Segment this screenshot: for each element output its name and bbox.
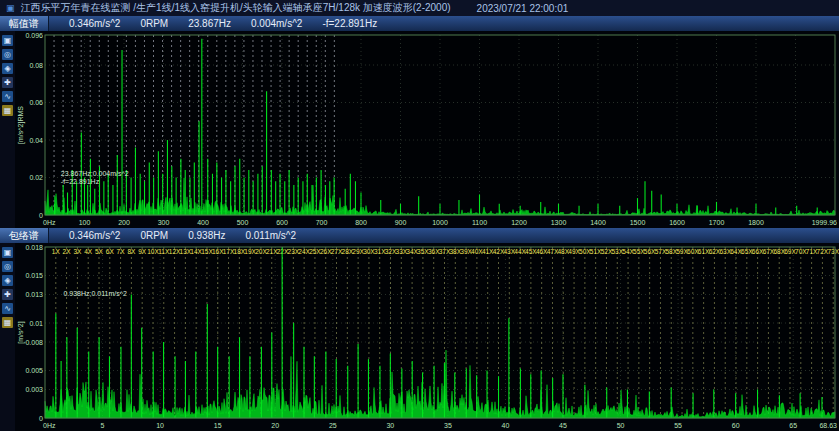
svg-text:0.015: 0.015 [25, 272, 43, 279]
svg-text:65: 65 [789, 422, 797, 429]
svg-text:1100: 1100 [472, 219, 487, 226]
svg-text:20: 20 [271, 422, 279, 429]
envelope-chart-row: ▣◎◈✚∿▦ 1X2X3X4X5X6X7X8X9X10X11X12X13X14X… [0, 243, 839, 431]
move-tool-icon[interactable]: ✚ [2, 77, 13, 88]
x-axis-labels: 0Hz510152025303540455055606568.63 [43, 422, 837, 429]
overall-rms-value: 0.346m/s^2 [69, 230, 120, 241]
svg-text:40: 40 [502, 422, 510, 429]
svg-text:0.096: 0.096 [25, 32, 43, 39]
svg-text:500: 500 [237, 219, 249, 226]
crosshair-tool-icon[interactable]: ◎ [2, 49, 13, 60]
zoom-tool-icon[interactable]: ◈ [2, 275, 13, 286]
svg-text:35: 35 [444, 422, 452, 429]
svg-text:200: 200 [118, 219, 130, 226]
cursor-amplitude-value: 0.011m/s^2 [245, 230, 296, 241]
rpm-value: 0RPM [140, 18, 168, 29]
harmonic-cursor-label: 4X [84, 248, 93, 255]
envelope-spectrum-header: 包络谱 0.346m/s^2 0RPM 0.938Hz 0.011m/s^2 [0, 228, 839, 243]
svg-text:10: 10 [156, 422, 164, 429]
cursor-amplitude-value: 0.004m/s^2 [251, 18, 302, 29]
harmonic-cursor-label: 9X [138, 248, 147, 255]
svg-text:1200: 1200 [511, 219, 527, 226]
svg-text:0.013: 0.013 [25, 291, 43, 298]
svg-text:700: 700 [316, 219, 328, 226]
svg-text:900: 900 [395, 219, 407, 226]
svg-text:0.08: 0.08 [29, 62, 43, 69]
svg-text:0.04: 0.04 [29, 137, 43, 144]
harmonic-cursor-label: 1X [52, 248, 61, 255]
svg-text:0.02: 0.02 [29, 174, 43, 181]
amplitude-spectrum-tab[interactable]: 幅值谱 [0, 16, 49, 31]
settings-tool-icon[interactable]: ▦ [2, 317, 13, 328]
title-bar: ▣ 江西乐平万年青在线监测 /生产1线/1线入窑提升机/头轮输入端轴承座7H/1… [0, 0, 839, 16]
app-icon: ▣ [6, 3, 15, 13]
svg-text:0.06: 0.06 [29, 99, 43, 106]
y-axis-title: [m/s^2]RMS [17, 106, 25, 144]
svg-text:800: 800 [355, 219, 367, 226]
svg-text:0.005: 0.005 [25, 367, 43, 374]
harmonic-cursor-label: 8X [127, 248, 136, 255]
harmonic-cursor-label: 3X [73, 248, 82, 255]
svg-text:25: 25 [329, 422, 337, 429]
svg-text:1500: 1500 [630, 219, 646, 226]
svg-text:45: 45 [559, 422, 567, 429]
waveform-tool-icon[interactable]: ∿ [2, 303, 13, 314]
svg-text:0.018: 0.018 [25, 244, 43, 251]
cursor-frequency-value: 23.867Hz [188, 18, 231, 29]
svg-text:0Hz: 0Hz [43, 422, 56, 429]
select-tool-icon[interactable]: ▣ [2, 35, 13, 46]
timestamp: 2023/07/21 22:00:01 [477, 3, 569, 14]
vibration-monitor-window: ▣ 江西乐平万年青在线监测 /生产1线/1线入窑提升机/头轮输入端轴承座7H/1… [0, 0, 839, 431]
svg-text:23.867Hz;0.004m/s^2: 23.867Hz;0.004m/s^2 [61, 170, 129, 177]
harmonic-cursor-label: 2X [63, 248, 72, 255]
crosshair-tool-icon[interactable]: ◎ [2, 261, 13, 272]
svg-text:0: 0 [39, 415, 43, 422]
svg-text:1300: 1300 [551, 219, 567, 226]
amplitude-chart-row: ▣◎◈✚∿▦ 0.0960.080.060.040.0200Hz10020030… [0, 31, 839, 228]
svg-text:0.938Hz;0.011m/s^2: 0.938Hz;0.011m/s^2 [63, 290, 127, 297]
svg-text:1800: 1800 [748, 219, 764, 226]
amplitude-spectrum-plot[interactable]: 0.0960.080.060.040.0200Hz100200300400500… [15, 31, 839, 228]
cursor-frequency-value: 0.938Hz [188, 230, 225, 241]
svg-text:0.01: 0.01 [29, 320, 43, 327]
harmonic-cursor-label: 7X [117, 248, 126, 255]
svg-text:0: 0 [39, 212, 43, 219]
svg-text:30: 30 [386, 422, 394, 429]
svg-text:1999.96: 1999.96 [812, 219, 837, 226]
svg-text:1400: 1400 [590, 219, 606, 226]
amplitude-spectrum-section: 幅值谱 0.346m/s^2 0RPM 23.867Hz 0.004m/s^2 … [0, 16, 839, 228]
select-tool-icon[interactable]: ▣ [2, 247, 13, 258]
y-axis-labels: 0.0180.0150.0130.010.0080.0050.0030 [25, 244, 43, 422]
chart-toolbar: ▣◎◈✚∿▦ [0, 243, 15, 431]
svg-text:60: 60 [732, 422, 740, 429]
cursor-annotation: 0.938Hz;0.011m/s^2 [63, 290, 127, 297]
waveform-tool-icon[interactable]: ∿ [2, 91, 13, 102]
settings-tool-icon[interactable]: ▦ [2, 105, 13, 116]
harmonic-cursor-label: 5X [95, 248, 104, 255]
svg-text:50: 50 [617, 422, 625, 429]
svg-text:0.008: 0.008 [25, 339, 43, 346]
x-axis-labels: 0Hz1002003004005006007008009001000110012… [43, 219, 837, 226]
svg-text:55: 55 [674, 422, 682, 429]
rpm-value: 0RPM [140, 230, 168, 241]
svg-text:-f=22.891Hz: -f=22.891Hz [61, 178, 100, 185]
chart-toolbar: ▣◎◈✚∿▦ [0, 31, 15, 228]
svg-text:68.63: 68.63 [819, 422, 837, 429]
amplitude-spectrum-header: 幅值谱 0.346m/s^2 0RPM 23.867Hz 0.004m/s^2 … [0, 16, 839, 31]
svg-text:5: 5 [101, 422, 105, 429]
svg-text:1700: 1700 [709, 219, 725, 226]
svg-text:300: 300 [158, 219, 170, 226]
zoom-tool-icon[interactable]: ◈ [2, 63, 13, 74]
svg-text:0Hz: 0Hz [43, 219, 56, 226]
envelope-spectrum-plot[interactable]: 1X2X3X4X5X6X7X8X9X10X11X12X13X14X15X16X1… [15, 243, 839, 431]
svg-text:400: 400 [197, 219, 209, 226]
envelope-spectrum-tab[interactable]: 包络谱 [0, 228, 49, 243]
svg-text:0.003: 0.003 [25, 386, 43, 393]
move-tool-icon[interactable]: ✚ [2, 289, 13, 300]
svg-text:600: 600 [276, 219, 288, 226]
harmonic-cursor-label: 73X [827, 248, 839, 255]
harmonic-cursor-label: 6X [106, 248, 115, 255]
svg-text:100: 100 [79, 219, 91, 226]
svg-text:1600: 1600 [669, 219, 685, 226]
svg-text:15: 15 [214, 422, 222, 429]
